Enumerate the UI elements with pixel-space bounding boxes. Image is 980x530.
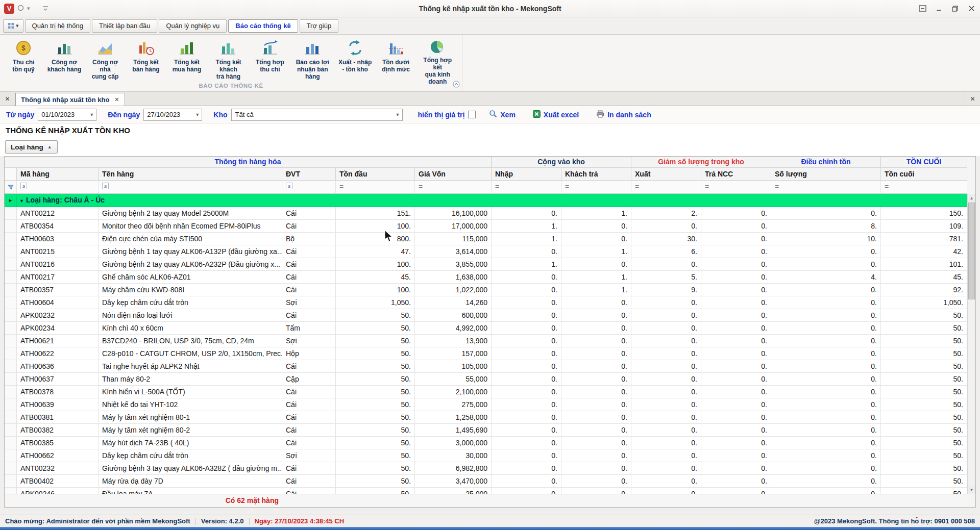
close-tab-icon[interactable]: ✕ (114, 96, 119, 103)
column-header-5[interactable]: Nhập (492, 168, 561, 181)
view-button[interactable]: Xem (489, 110, 516, 119)
table-row[interactable]: ATH00621B37CD240 - BRILON, USP 3/0, 75cm… (5, 335, 967, 347)
filter-cell-4[interactable]: = (415, 181, 492, 194)
equals-filter-icon: = (419, 181, 423, 193)
filter-funnel-icon[interactable] (5, 181, 17, 194)
table-row[interactable]: APK00246Đầu loa máy 7ACái50.25,0000.0.0.… (5, 488, 967, 494)
table-row[interactable]: ATB00357Máy châm cứu KWD-808ICái100.1,02… (5, 284, 967, 296)
show-value-checkbox[interactable] (468, 111, 476, 118)
menu-tab-quản-trị-hệ-thống[interactable]: Quản trị hệ thống (25, 19, 90, 33)
column-header-9[interactable]: Số lượng (771, 168, 881, 181)
scroll-up-icon[interactable]: ▲ (968, 194, 975, 202)
column-header-6[interactable]: Khách trả (561, 168, 631, 181)
ribbon-button-1[interactable]: Công nợ khách hàng (44, 37, 85, 81)
table-cell: APK00232 (17, 309, 99, 322)
filter-cell-1[interactable]: a (99, 181, 282, 194)
vertical-scrollbar[interactable]: ▲ ▼ (967, 194, 975, 494)
ribbon-button-10[interactable]: Tổng hợp kết quả kinh doanh (416, 37, 459, 81)
table-row[interactable]: ATB00385Máy hút dịch 7A-23B ( 40L)Cái50.… (5, 437, 967, 449)
table-row[interactable]: ATH00639Nhiệt kế đo tai YHT-102Cái50.275… (5, 398, 967, 411)
ribbon-button-4[interactable]: Tổng kết mua hàng (166, 37, 207, 81)
table-row[interactable]: ATB00402Máy rửa dạ dày 7DCái50.3,470,000… (5, 475, 967, 488)
table-row[interactable]: ATH00636Tai nghe huyết áp ALPK2 NhậtCái5… (5, 360, 967, 373)
table-row[interactable]: ANT00217Ghế chăm sóc ALK06-AZ01Cái45.1,6… (5, 271, 967, 284)
chevron-down-icon[interactable]: ▼ (394, 109, 402, 120)
close-document-icon[interactable]: ✕ (965, 92, 980, 106)
menu-tab-quản-lý-nghiệp-vụ[interactable]: Quản lý nghiệp vụ (159, 19, 227, 33)
close-button[interactable] (967, 5, 976, 13)
grid-auto-filter-row[interactable]: aaa======== (5, 181, 967, 194)
column-header-2[interactable]: ĐVT (282, 168, 336, 181)
table-row[interactable]: ATB00381Máy ly tâm xét nghiệm 80-1Cái50.… (5, 411, 967, 424)
print-list-button[interactable]: In danh sách (596, 110, 651, 119)
table-row[interactable]: ANT00215Giường bệnh 1 tay quay ALK06-A13… (5, 245, 967, 258)
chevron-down-icon[interactable]: ▾ (27, 6, 30, 11)
from-date-input[interactable] (38, 109, 87, 120)
scroll-down-icon[interactable]: ▼ (968, 486, 975, 494)
column-header-10[interactable]: Tồn cuối (881, 168, 967, 181)
column-header-8[interactable]: Trả NCC (701, 168, 771, 181)
filter-cell-5[interactable]: = (492, 181, 561, 194)
from-date-picker[interactable]: ▼ (38, 109, 96, 121)
filter-cell-10[interactable]: = (881, 181, 967, 194)
filter-cell-9[interactable]: = (771, 181, 881, 194)
table-row[interactable]: ANT00212Giường bệnh 2 tay quay Model 250… (5, 207, 967, 220)
undo-icon[interactable] (17, 5, 24, 12)
quick-access-toolbar[interactable]: ▾ (17, 5, 48, 12)
table-row[interactable]: APK00232Nón điện não loại lướiCái50.600,… (5, 309, 967, 322)
table-row[interactable]: ANT00232Giường bệnh 3 tay quay ALK06-A32… (5, 462, 967, 475)
column-header-1[interactable]: Tên hàng (99, 168, 282, 181)
minimize-button[interactable] (934, 5, 943, 13)
restore-button[interactable] (950, 5, 960, 13)
to-date-input[interactable] (144, 109, 193, 120)
ribbon-button-9[interactable]: Tồn dưới định mức (376, 37, 416, 81)
column-header-4[interactable]: Giá Vốn (415, 168, 492, 181)
table-row[interactable]: ATB00378Kính hiển vi L-500A (TỐT)Cái50.2… (5, 386, 967, 398)
group-row[interactable]: ▸▾Loại hàng: Châu Á - Úc (5, 194, 967, 207)
filter-cell-0[interactable]: a (17, 181, 99, 194)
table-row[interactable]: ATH00604Dây kẹp châm cứu dắt trònSợi1,05… (5, 296, 967, 309)
column-header-7[interactable]: Xuất (631, 168, 701, 181)
customize-qat-icon[interactable] (42, 6, 48, 12)
menu-tab-thiết-lập-ban-đầu[interactable]: Thiết lập ban đầu (92, 19, 157, 33)
filter-cell-2[interactable]: a (282, 181, 336, 194)
fit-screen-icon[interactable] (918, 5, 927, 13)
ribbon-button-8[interactable]: Xuất - nhập - tồn kho (335, 37, 376, 81)
table-cell: 157,000 (415, 347, 492, 360)
ribbon-button-0[interactable]: $Thu chi tồn quỹ (3, 37, 44, 81)
collapse-group-icon[interactable]: ▾ (20, 194, 23, 207)
ribbon-button-7[interactable]: Báo cáo lợi nhuận bán hàng (290, 37, 335, 81)
warehouse-select[interactable]: Tất cả ▼ (231, 109, 403, 121)
table-row[interactable]: ATH00622C28-p010 - CATGUT CHROM, USP 2/0… (5, 347, 967, 360)
scrollbar-thumb[interactable] (968, 203, 975, 299)
table-row[interactable]: ATB00382Máy ly tâm xét nghiệm 80-2Cái50.… (5, 424, 967, 437)
ribbon-button-3[interactable]: Tổng kết bán hàng (126, 37, 166, 81)
filter-cell-3[interactable]: = (336, 181, 415, 194)
ribbon-button-2[interactable]: Công nợ nhà cung cấp (85, 37, 126, 81)
chevron-down-icon[interactable]: ▼ (87, 109, 96, 120)
table-row[interactable]: ATH00637Than máy 80-2Cặp50.55,0000.0.0.0… (5, 373, 967, 386)
chevron-down-icon[interactable]: ▼ (193, 109, 202, 120)
app-menu-button[interactable]: ▾ (3, 19, 23, 33)
table-row[interactable]: APK00234Kính chì 40 x 60cmTấm50.4,992,00… (5, 322, 967, 335)
to-date-picker[interactable]: ▼ (143, 109, 202, 121)
group-row-label[interactable]: ▾Loại hàng: Châu Á - Úc (17, 194, 967, 207)
export-excel-button[interactable]: Xuất excel (533, 110, 579, 119)
column-header-0[interactable]: Mã hàng (17, 168, 99, 181)
ribbon-button-5[interactable]: Tổng kết khách trả hàng (207, 37, 250, 81)
column-header-3[interactable]: Tồn đầu (336, 168, 415, 181)
filter-cell-7[interactable]: = (631, 181, 701, 194)
table-row[interactable]: ATH00603Điện cực chén của máy STI500Bộ80… (5, 233, 967, 245)
filter-cell-8[interactable]: = (701, 181, 771, 194)
table-row[interactable]: ATB00354Monitor theo dõi bệnh nhân Ecome… (5, 220, 967, 233)
filter-cell-6[interactable]: = (561, 181, 631, 194)
ribbon-collapse-icon[interactable] (453, 81, 460, 90)
document-tab-active[interactable]: Thống kê nhập xuất tồn kho ✕ (15, 93, 125, 106)
table-row[interactable]: ANT00216Giường bệnh 2 tay quay ALK06-A23… (5, 258, 967, 271)
close-all-tabs-icon[interactable]: ✕ (0, 92, 15, 106)
ribbon-button-6[interactable]: Tổng hợp thu chi (250, 37, 290, 81)
menu-tab-báo-cáo-thống-kê[interactable]: Báo cáo thống kê (228, 19, 298, 33)
menu-tab-trợ-giúp[interactable]: Trợ giúp (300, 19, 339, 33)
table-row[interactable]: ATH00662Dây kẹp châm cứu dắt trònSợi50.3… (5, 449, 967, 462)
group-by-chip[interactable]: Loại hàng ▲ (5, 140, 58, 154)
